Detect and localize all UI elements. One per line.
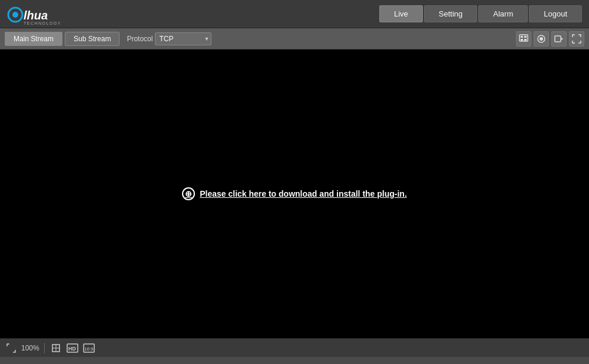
plugin-link-text: Please click here to download and instal… (200, 189, 407, 198)
nav-alarm-button[interactable]: Alarm (478, 5, 528, 22)
hd-icon[interactable]: HD (66, 342, 79, 355)
dahua-logo-svg: lhua TECHNOLOGY (7, 3, 72, 25)
svg-text:TECHNOLOGY: TECHNOLOGY (24, 21, 61, 25)
snapshot-icon[interactable] (534, 31, 549, 47)
protocol-select-wrapper: TCP UDP MULTICAST (155, 32, 211, 45)
nav-setting-button[interactable]: Setting (424, 5, 477, 22)
logo: lhua TECHNOLOGY (7, 3, 72, 25)
nav-buttons: Live Setting Alarm Logout (379, 5, 582, 22)
nav-live-button[interactable]: Live (379, 5, 423, 22)
svg-text:16:9: 16:9 (84, 346, 94, 352)
protocol-label: Protocol (127, 35, 153, 43)
main-stream-button[interactable]: Main Stream (5, 32, 62, 46)
record-icon[interactable] (551, 31, 567, 47)
svg-point-1 (12, 12, 18, 18)
stretch-icon[interactable] (49, 342, 62, 355)
svg-point-10 (540, 37, 543, 41)
svg-marker-12 (561, 38, 563, 40)
toolbar-icons (516, 31, 584, 47)
sub-stream-button[interactable]: Sub Stream (65, 32, 120, 46)
bottom-bar: 100% HD 16:9 (0, 338, 589, 357)
plugin-download-link[interactable]: ⊕ Please click here to download and inst… (182, 187, 407, 200)
svg-rect-11 (555, 36, 561, 42)
aspect-ratio-icon[interactable]: 16:9 (82, 342, 95, 355)
svg-rect-8 (524, 39, 527, 41)
zoom-fit-icon[interactable] (5, 342, 18, 355)
svg-text:lhua: lhua (24, 9, 48, 22)
svg-rect-5 (521, 36, 523, 38)
zoom-percent: 100% (21, 344, 39, 352)
fullscreen-icon[interactable] (569, 31, 584, 47)
video-area: ⊕ Please click here to download and inst… (0, 49, 589, 338)
protocol-select[interactable]: TCP UDP MULTICAST (155, 32, 211, 45)
toolbar: Main Stream Sub Stream Protocol TCP UDP … (0, 28, 589, 49)
realtime-monitor-icon[interactable] (516, 31, 531, 47)
nav-logout-button[interactable]: Logout (529, 5, 582, 22)
divider-1 (44, 343, 45, 353)
header: lhua TECHNOLOGY Live Setting Alarm Logou… (0, 0, 589, 28)
svg-text:HD: HD (68, 346, 76, 352)
svg-rect-6 (524, 36, 527, 38)
plugin-icon: ⊕ (182, 187, 195, 200)
svg-rect-7 (521, 39, 523, 41)
